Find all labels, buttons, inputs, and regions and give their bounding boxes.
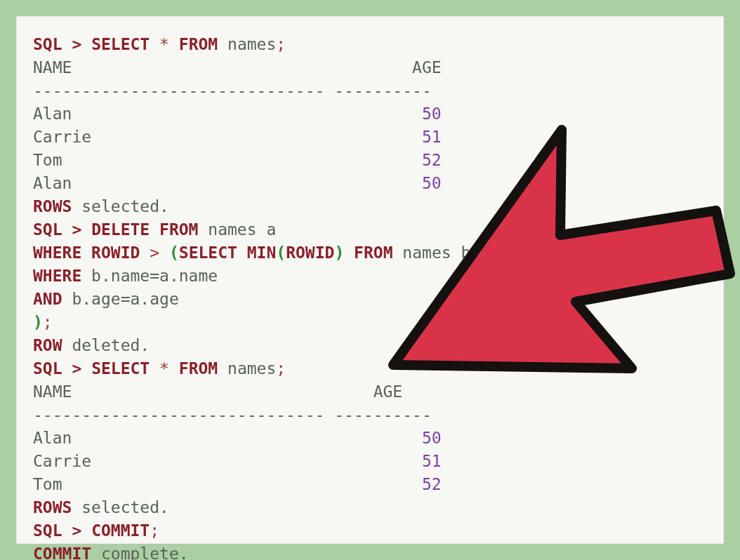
star-1: *: [159, 35, 169, 53]
divider-1: ------------------------------ ---------…: [33, 81, 432, 100]
kw-commit2: COMMIT: [33, 545, 91, 560]
kw-from-2: FROM: [354, 244, 392, 262]
kw-rows-1: ROWS: [33, 197, 72, 215]
row-name: Alan: [33, 429, 72, 447]
row-name: Alan: [33, 174, 72, 192]
kw-commit: COMMIT: [91, 521, 150, 540]
kw-delete: DELETE FROM: [91, 220, 198, 239]
semi-4: ;: [150, 521, 159, 540]
row-age: 52: [422, 475, 442, 493]
row-age: 50: [422, 174, 442, 192]
id-names-a: names a: [208, 220, 276, 239]
sql-prompt: SQL: [33, 521, 62, 540]
kw-from-1: FROM: [179, 35, 218, 53]
col-age-1: AGE: [412, 58, 442, 76]
row-age: 51: [422, 128, 442, 146]
col-name-2: NAME: [33, 382, 72, 401]
row-age: 52: [422, 151, 442, 169]
kw-rows-2: ROWS: [33, 498, 72, 516]
kw-select-2: SELECT: [91, 359, 150, 378]
cond-bname: b.name=a.name: [91, 267, 218, 285]
kw-and: AND: [33, 290, 62, 308]
semi-3: ;: [276, 359, 286, 378]
sql-prompt: SQL: [33, 35, 62, 53]
txt-selected-1: selected.: [81, 197, 169, 215]
col-name-1: NAME: [33, 58, 72, 76]
row-name: Carrie: [33, 128, 91, 146]
kw-rowid: ROWID: [91, 244, 140, 262]
cond-bage: b.age=a.age: [72, 290, 178, 308]
kw-row: ROW: [33, 336, 62, 354]
sql-prompt: SQL: [33, 220, 62, 239]
prompt-gt: >: [72, 35, 81, 53]
kw-where-2: WHERE: [33, 267, 81, 285]
row-age: 51: [422, 452, 442, 470]
prompt-gt: >: [72, 521, 81, 540]
star-2: *: [159, 359, 169, 378]
lparen-1: (: [169, 244, 179, 262]
row-name: Carrie: [33, 452, 91, 470]
txt-selected-2: selected.: [81, 498, 169, 516]
id-names-2: names: [227, 359, 276, 378]
min-arg: ROWID: [286, 244, 334, 262]
divider-2: ------------------------------ ---------…: [33, 406, 432, 424]
sql-output: SQL > SELECT * FROM names; NAME AGE ----…: [33, 33, 707, 560]
prompt-gt: >: [72, 220, 81, 239]
col-age-2: AGE: [374, 382, 403, 401]
kw-where-1: WHERE: [33, 244, 81, 262]
txt-complete: complete.: [101, 545, 189, 560]
sql-prompt: SQL: [33, 359, 62, 378]
kw-select-1: SELECT: [91, 35, 150, 53]
kw-from-3: FROM: [179, 359, 218, 378]
semi-1: ;: [276, 35, 286, 53]
id-names-b: names b: [402, 244, 470, 262]
op-gt: >: [150, 244, 159, 262]
txt-deleted: deleted.: [72, 336, 150, 354]
row-name: Alan: [33, 105, 72, 123]
id-names-1: names: [227, 35, 276, 53]
kw-select-min: SELECT MIN: [179, 244, 276, 262]
semi-2: ;: [43, 313, 53, 331]
rparen-1: ): [334, 244, 344, 262]
row-name: Tom: [33, 475, 62, 493]
row-age: 50: [422, 105, 442, 123]
row-age: 50: [422, 429, 442, 447]
row-name: Tom: [33, 151, 62, 169]
lparen-2: (: [276, 244, 286, 262]
terminal-panel: SQL > SELECT * FROM names; NAME AGE ----…: [15, 15, 725, 545]
prompt-gt: >: [72, 359, 81, 378]
rparen-2: ): [33, 313, 43, 331]
